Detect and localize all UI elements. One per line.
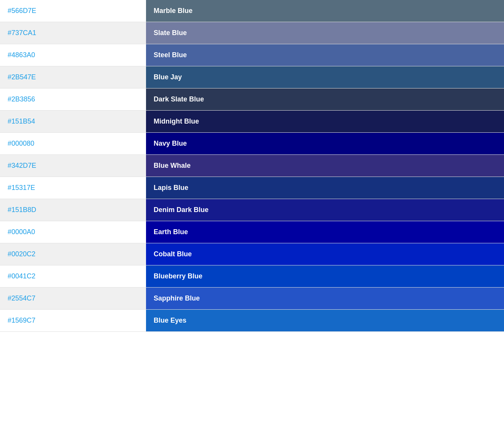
hex-value: #4863A0 xyxy=(0,44,146,66)
hex-value: #0020C2 xyxy=(0,243,146,265)
color-row: #15317ELapis Blue xyxy=(0,177,504,199)
color-name: Earth Blue xyxy=(146,221,504,243)
color-name: Dark Slate Blue xyxy=(146,88,504,110)
hex-value: #151B8D xyxy=(0,199,146,221)
color-name: Marble Blue xyxy=(146,0,504,22)
hex-value: #2B3856 xyxy=(0,88,146,110)
color-row: #0020C2Cobalt Blue xyxy=(0,243,504,265)
color-name: Steel Blue xyxy=(146,44,504,66)
color-row: #2B3856Dark Slate Blue xyxy=(0,88,504,111)
color-row: #342D7EBlue Whale xyxy=(0,155,504,177)
color-row: #2B547EBlue Jay xyxy=(0,66,504,88)
color-row: #151B8DDenim Dark Blue xyxy=(0,199,504,221)
color-row: #566D7EMarble Blue xyxy=(0,0,504,22)
color-name: Denim Dark Blue xyxy=(146,199,504,221)
hex-value: #151B54 xyxy=(0,111,146,132)
color-name: Midnight Blue xyxy=(146,111,504,132)
color-row: #0041C2Blueberry Blue xyxy=(0,265,504,288)
color-name: Slate Blue xyxy=(146,22,504,44)
color-name: Blueberry Blue xyxy=(146,265,504,287)
color-name: Blue Jay xyxy=(146,66,504,88)
color-name: Navy Blue xyxy=(146,133,504,154)
hex-value: #2554C7 xyxy=(0,288,146,309)
color-row: #2554C7Sapphire Blue xyxy=(0,288,504,310)
hex-value: #15317E xyxy=(0,177,146,199)
hex-value: #0041C2 xyxy=(0,265,146,287)
hex-value: #1569C7 xyxy=(0,310,146,331)
color-name: Sapphire Blue xyxy=(146,288,504,309)
color-name: Lapis Blue xyxy=(146,177,504,199)
color-row: #0000A0Earth Blue xyxy=(0,221,504,243)
color-row: #1569C7Blue Eyes xyxy=(0,310,504,332)
color-name: Blue Whale xyxy=(146,155,504,177)
color-name: Cobalt Blue xyxy=(146,243,504,265)
color-row: #151B54Midnight Blue xyxy=(0,111,504,133)
color-row: #000080Navy Blue xyxy=(0,133,504,155)
hex-value: #566D7E xyxy=(0,0,146,22)
color-row: #737CA1Slate Blue xyxy=(0,22,504,44)
color-name: Blue Eyes xyxy=(146,310,504,331)
hex-value: #000080 xyxy=(0,133,146,154)
hex-value: #0000A0 xyxy=(0,221,146,243)
hex-value: #342D7E xyxy=(0,155,146,177)
hex-value: #2B547E xyxy=(0,66,146,88)
color-list: #566D7EMarble Blue#737CA1Slate Blue#4863… xyxy=(0,0,504,332)
color-row: #4863A0Steel Blue xyxy=(0,44,504,66)
hex-value: #737CA1 xyxy=(0,22,146,44)
